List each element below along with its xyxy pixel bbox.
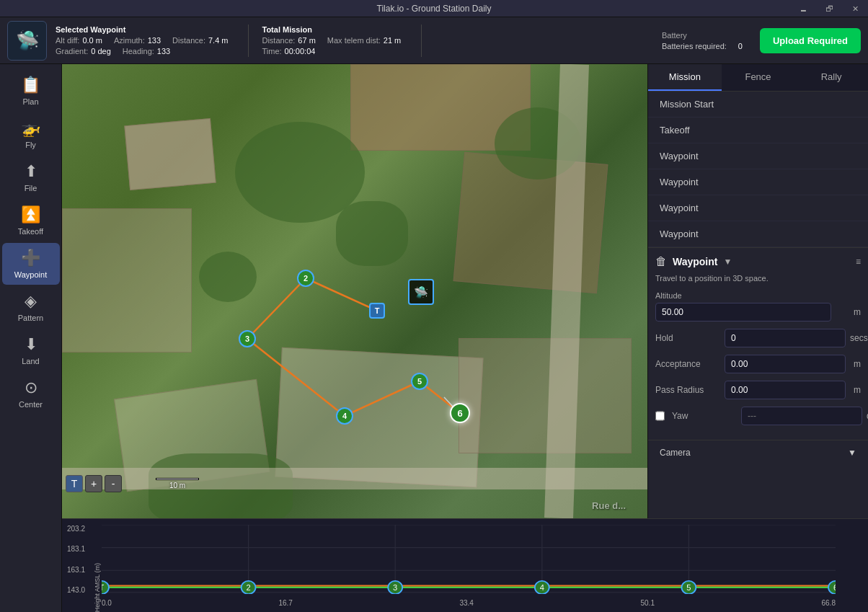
hold-input[interactable] [725, 329, 846, 347]
waypoint-marker-5[interactable]: 5 [411, 373, 428, 390]
sidebar-item-takeoff-label: Takeoff [18, 227, 43, 236]
waypoint-marker-2[interactable]: 2 [297, 270, 314, 287]
sidebar-item-land[interactable]: ⬇ Land [2, 329, 60, 371]
street-label: Rue d... [592, 500, 626, 511]
altitude-input[interactable] [655, 303, 831, 321]
sidebar-item-takeoff[interactable]: ⏫ Takeoff [2, 200, 60, 241]
altitude-section-label: Altitude [655, 291, 861, 300]
map-zoom-in-button[interactable]: + [85, 475, 102, 492]
sidebar-item-plan[interactable]: 📋 Plan [2, 70, 60, 112]
center-icon: ⊙ [25, 378, 37, 397]
close-button[interactable]: ✕ [842, 0, 868, 17]
acceptance-unit: m [850, 359, 861, 369]
mission-item-waypoint-2[interactable]: Waypoint [648, 169, 868, 195]
building-4 [62, 208, 192, 352]
waypoint-marker-3[interactable]: 3 [239, 330, 256, 347]
fly-icon: 🚁 [21, 119, 40, 138]
heading-key: Heading: [123, 47, 154, 56]
sidebar-item-center[interactable]: ⊙ Center [2, 373, 60, 414]
elevation-chart: Height AMSL (m) 203.2 183.1 163.1 143.0 [62, 518, 868, 612]
scale-line [156, 478, 199, 480]
y-label-1: 203.2 [67, 525, 85, 533]
minimize-button[interactable]: 🗕 [790, 0, 816, 17]
sidebar-item-waypoint-label: Waypoint [14, 270, 47, 279]
yaw-checkbox[interactable] [655, 410, 665, 422]
x-label-4: 66.8 [822, 599, 836, 607]
wp-menu-icon[interactable]: ≡ [856, 257, 861, 267]
x-label-1: 16.7 [278, 599, 292, 607]
main-layout: 📋 Plan 🚁 Fly ⬆ File ⏫ Takeoff ➕ Waypoint… [0, 64, 868, 612]
total-distance-value: 67 m [298, 36, 315, 45]
elevation-svg: T 2 3 4 5 6 [102, 525, 836, 594]
tab-rally[interactable]: Rally [794, 64, 868, 91]
drone-marker: 🛸 [408, 279, 434, 305]
window-controls: 🗕 🗗 ✕ [790, 0, 868, 17]
map-type-button[interactable]: T [66, 475, 83, 492]
building-1 [124, 118, 216, 190]
map-zoom-out-button[interactable]: - [105, 475, 122, 492]
scale-label: 10 m [169, 482, 185, 489]
camera-dropdown[interactable]: Camera ▼ [648, 440, 868, 465]
wp-type-icon: 🗑 [655, 255, 667, 268]
altitude-unit: m [836, 307, 861, 317]
y-axis-labels: 203.2 183.1 163.1 143.0 [67, 525, 85, 594]
sidebar-item-land-label: Land [22, 357, 39, 365]
acceptance-input[interactable] [725, 355, 846, 373]
svg-text:4: 4 [540, 584, 544, 592]
maximize-button[interactable]: 🗗 [816, 0, 842, 17]
selected-waypoint-label: Selected Waypoint [56, 25, 228, 34]
svg-text:T: T [102, 584, 105, 592]
hold-label: Hold [655, 333, 720, 343]
azimuth-key: Azimuth: [114, 36, 145, 45]
x-label-2: 33.4 [459, 599, 473, 607]
total-distance-key: Distance: [262, 36, 295, 45]
battery-info: Battery Batteries required: 0 [662, 31, 743, 50]
content-area: 🛸 2 T 3 4 5 6 T + - [62, 64, 868, 612]
selected-waypoint-info: Selected Waypoint Alt diff:0.0 m Azimuth… [56, 25, 228, 56]
wp-type-label: Waypoint [673, 256, 717, 267]
waypoint-marker-t[interactable]: T [369, 303, 385, 319]
yaw-label: Yaw [672, 411, 737, 421]
pass-radius-input[interactable] [725, 381, 846, 399]
left-sidebar: 📋 Plan 🚁 Fly ⬆ File ⏫ Takeoff ➕ Waypoint… [0, 64, 62, 612]
sidebar-item-pattern[interactable]: ◈ Pattern [2, 286, 60, 328]
distance-value: 7.4 m [208, 36, 229, 45]
tab-fence[interactable]: Fence [722, 64, 795, 91]
mission-item-takeoff[interactable]: Takeoff [648, 117, 868, 143]
wp-dropdown-arrow[interactable]: ▼ [723, 257, 732, 267]
x-label-3: 50.1 [640, 599, 654, 607]
sidebar-item-file[interactable]: ⬆ File [2, 156, 60, 198]
waypoint-marker-4[interactable]: 4 [336, 407, 353, 425]
tab-mission[interactable]: Mission [648, 64, 722, 91]
acceptance-field-row: Acceptance m [655, 355, 861, 373]
map-and-panel: 🛸 2 T 3 4 5 6 T + - [62, 64, 868, 518]
distance-key: Distance: [172, 36, 205, 45]
takeoff-icon: ⏫ [21, 205, 40, 224]
app-logo-icon: 🛸 [16, 30, 39, 52]
mission-item-mission-start[interactable]: Mission Start [648, 92, 868, 117]
building-6 [459, 338, 632, 453]
waypoint-marker-6[interactable]: 6 [450, 403, 470, 423]
map-view[interactable]: 🛸 2 T 3 4 5 6 T + - [62, 64, 647, 518]
time-key: Time: [262, 47, 281, 56]
alt-diff-value: 0.0 m [82, 36, 102, 45]
x-axis-labels: 0.0 16.7 33.4 50.1 66.8 [102, 599, 836, 607]
mission-item-waypoint-1[interactable]: Waypoint [648, 143, 868, 169]
sidebar-item-file-label: File [25, 184, 37, 192]
sidebar-item-fly-label: Fly [25, 141, 36, 149]
sidebar-item-plan-label: Plan [22, 97, 38, 106]
mission-item-waypoint-4[interactable]: Waypoint [648, 221, 868, 247]
mission-item-waypoint-3[interactable]: Waypoint [648, 195, 868, 221]
plan-icon: 📋 [21, 76, 40, 94]
sidebar-item-waypoint[interactable]: ➕ Waypoint [2, 243, 60, 285]
y-label-4: 143.0 [67, 586, 85, 594]
batteries-required-value: 0 [738, 42, 743, 50]
svg-text:3: 3 [393, 584, 397, 592]
heading-value: 133 [157, 47, 170, 56]
yaw-input[interactable] [741, 407, 862, 425]
y-axis-title: Height AMSL (m) [94, 563, 101, 612]
upload-required-button[interactable]: Upload Required [760, 28, 861, 53]
pass-radius-label: Pass Radius [655, 385, 720, 395]
hold-field-row: Hold secs [655, 329, 861, 347]
sidebar-item-fly[interactable]: 🚁 Fly [2, 113, 60, 155]
